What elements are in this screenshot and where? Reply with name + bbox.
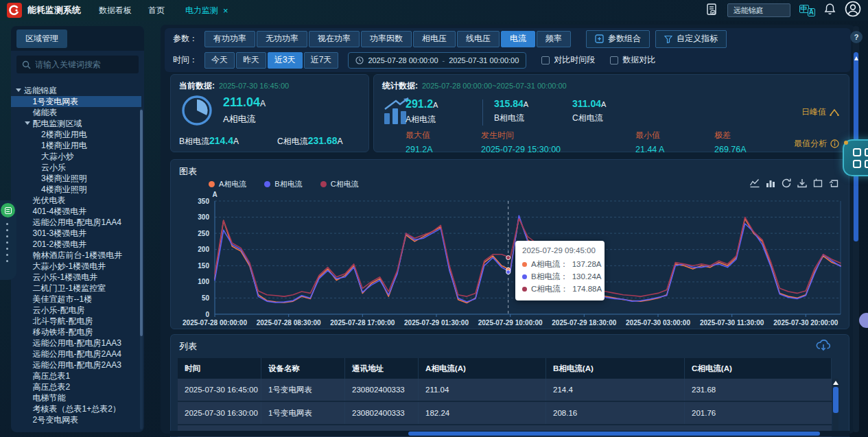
tree-item[interactable]: 储能表 — [11, 107, 141, 118]
keyword-search-input[interactable] — [35, 60, 133, 69]
tree-item[interactable]: 远能公用电-配电房2AA3 — [11, 359, 141, 370]
tree-item[interactable]: 云小乐 — [11, 162, 141, 173]
sidebar-scrollbar-thumb[interactable] — [140, 110, 143, 336]
tree-item[interactable]: 高压总表1 — [11, 370, 141, 381]
dashboard-grid-fab[interactable] — [843, 139, 868, 176]
compare-checkbox[interactable]: 对比时间段 — [541, 54, 595, 66]
tree-item[interactable]: 移动铁塔-配电房 — [11, 327, 141, 338]
building-search-input[interactable] — [727, 3, 790, 17]
tree-item[interactable]: 大蒜小妙-1楼强电井 — [11, 261, 141, 272]
bar-chart-icon[interactable] — [765, 178, 776, 189]
extreme-analysis-link[interactable]: 最值分析 — [794, 138, 839, 150]
download-icon[interactable] — [797, 178, 808, 189]
tab-close-icon[interactable]: × — [223, 5, 228, 16]
tree-item[interactable]: 北斗导航-配电房 — [11, 316, 141, 327]
refresh-icon[interactable] — [781, 178, 792, 189]
tree-item[interactable]: 大蒜小炒 — [11, 151, 141, 162]
tree-item-label: 翰林酒店前台-1楼强电井 — [33, 250, 123, 261]
tree-item[interactable]: 1楼商业用电 — [11, 140, 141, 151]
tree-item[interactable]: 201-2楼强电井 — [11, 239, 141, 250]
param-button[interactable]: 频率 — [537, 31, 571, 47]
tree-item[interactable]: 电梯节能 — [11, 392, 141, 403]
tree-item-label: 云小乐 — [41, 162, 66, 173]
data-zoom-icon[interactable] — [812, 178, 823, 189]
tree-item[interactable]: 配电监测区域 — [11, 118, 141, 129]
current-c-phase: C相电流231.68A — [277, 135, 343, 147]
time-range-button[interactable]: 今天 — [204, 52, 235, 69]
left-float-widget[interactable] — [0, 200, 16, 280]
tree-item[interactable]: 4楼商业照明 — [11, 184, 141, 195]
table-cell: 201.76 — [685, 402, 832, 424]
tab-power-monitoring[interactable]: 电力监测 × — [185, 5, 228, 16]
checkbox-icon[interactable] — [541, 56, 550, 64]
line-chart-icon[interactable] — [749, 178, 760, 189]
tree-item-label: 二机门卫-1楼监控室 — [33, 283, 106, 294]
param-combo-button[interactable]: 参数组合 — [586, 30, 650, 48]
tree-item[interactable]: 考核表（总表1+总表2） — [11, 403, 141, 414]
tree-item-label: 考核表（总表1+总表2） — [33, 403, 121, 414]
bell-icon[interactable] — [824, 3, 836, 18]
custom-metric-button[interactable]: 自定义指标 — [655, 30, 727, 48]
checkbox-icon[interactable] — [610, 56, 618, 64]
table-header-cell: A相电流(A) — [419, 358, 546, 379]
tree-item[interactable]: 翰林酒店前台-1楼强电井 — [11, 250, 141, 261]
tree-item[interactable]: 云小乐-1楼强电井 — [11, 272, 141, 283]
sidebar-search[interactable] — [16, 56, 139, 73]
tree-item[interactable]: 301-3楼强电井 — [11, 228, 141, 239]
param-button[interactable]: 无功功率 — [257, 31, 307, 47]
tree-item[interactable]: 云小乐-配电房 — [11, 305, 141, 316]
tree-item[interactable]: 远能公用电-配电房1AA4 — [11, 217, 141, 228]
metric-stat: 极差269.76A — [714, 130, 747, 154]
daily-peak-link[interactable]: 日峰值 — [801, 106, 839, 118]
menu-item[interactable]: 数据看板 — [99, 5, 132, 16]
export-cloud-icon[interactable] — [816, 338, 831, 355]
line-chart[interactable]: 050100150200250300350A2025-07-28 00:00:0… — [171, 191, 850, 329]
param-button[interactable]: 有功功率 — [204, 31, 255, 47]
sidebar-scrollbar[interactable] — [140, 108, 143, 429]
table-scrollbar-thumb[interactable] — [833, 387, 838, 413]
avatar-icon[interactable] — [845, 1, 861, 20]
table-row[interactable]: 2025-07-30 16:30:001号变电网表230802400333182… — [178, 402, 832, 425]
tree-item[interactable]: 401-4楼强电井 — [11, 206, 141, 217]
time-range-button[interactable]: 近3天 — [268, 52, 303, 69]
tree-item[interactable]: 2号变电网表 — [11, 414, 141, 425]
tree-item[interactable]: 远能公用电-配电房2AA4 — [11, 349, 141, 359]
translate-icon[interactable]: 中A — [799, 5, 815, 16]
help-button[interactable]: ? — [850, 31, 863, 43]
table-row[interactable]: 2025-07-30 16:45:001号变电网表230802400333211… — [178, 379, 832, 402]
tree-item[interactable]: 光伏电表 — [11, 195, 141, 206]
table-cell: 1号变电网表 — [261, 402, 345, 424]
tree-item[interactable]: 二机门卫-1楼监控室 — [11, 283, 141, 294]
tree-item[interactable]: 2楼商业用电 — [11, 129, 141, 140]
tree-item[interactable]: 高压总表2 — [11, 381, 141, 392]
tree-item[interactable]: 远能公用电-配电房1AA3 — [11, 338, 141, 349]
tab-region-management[interactable]: 区域管理 — [16, 29, 67, 48]
report-icon[interactable] — [705, 3, 718, 19]
tree-item[interactable]: 1号变电网表 — [11, 96, 141, 107]
legend-item[interactable]: B相电流 — [264, 179, 302, 189]
horizontal-scrollbar-thumb[interactable] — [408, 432, 820, 436]
menu-item[interactable]: 首页 — [148, 5, 165, 16]
time-range-button[interactable]: 昨天 — [236, 52, 266, 69]
tree-item[interactable]: 3楼商业照明 — [11, 173, 141, 184]
tree-item[interactable]: 美佳宜超市--1楼 — [11, 294, 141, 305]
legend-item[interactable]: C相电流 — [320, 179, 359, 189]
table-scrollbar[interactable] — [833, 379, 838, 436]
param-button[interactable]: 线电压 — [457, 31, 500, 47]
param-button[interactable]: 电流 — [501, 31, 535, 47]
plus-square-icon — [595, 34, 604, 43]
date-range-picker[interactable]: 2025-07-28 00:00:00 - 2025-07-31 00:00:0… — [348, 52, 526, 69]
legend-item[interactable]: A相电流 — [209, 179, 246, 189]
param-button[interactable]: 功率因数 — [361, 31, 412, 47]
scroll-up-arrow-icon[interactable] — [833, 381, 838, 385]
compare-checkbox[interactable]: 数据对比 — [610, 54, 655, 66]
quick-panel-icon[interactable] — [1, 203, 15, 217]
param-button[interactable]: 视在功率 — [309, 31, 360, 47]
float-assistant-button[interactable] — [859, 313, 868, 328]
tree-item[interactable]: 远能锦庭 — [11, 85, 141, 96]
zoom-reset-icon[interactable] — [828, 178, 839, 189]
horizontal-scrollbar[interactable] — [170, 431, 849, 436]
current-a-phase-label: A相电流 — [223, 113, 256, 126]
param-button[interactable]: 相电压 — [413, 31, 456, 47]
time-range-button[interactable]: 近7天 — [304, 52, 339, 69]
